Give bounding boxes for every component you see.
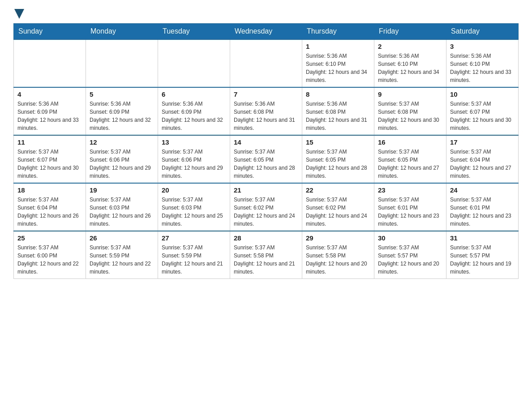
day-number: 2 [378, 43, 442, 50]
week-row-2: 4 Sunrise: 5:36 AMSunset: 6:09 PMDayligh… [14, 87, 519, 135]
logo-triangle-icon [14, 9, 24, 19]
day-number: 19 [90, 186, 154, 194]
calendar-cell-1-2: 6 Sunrise: 5:36 AMSunset: 6:09 PMDayligh… [158, 87, 230, 135]
day-number: 26 [90, 234, 154, 242]
day-number: 24 [450, 186, 515, 194]
header-friday: Friday [374, 24, 446, 40]
svg-marker-0 [14, 9, 24, 19]
day-info: Sunrise: 5:37 AMSunset: 6:06 PMDaylight:… [162, 148, 226, 180]
day-info: Sunrise: 5:37 AMSunset: 6:06 PMDaylight:… [90, 148, 154, 180]
day-info: Sunrise: 5:37 AMSunset: 6:05 PMDaylight:… [234, 148, 298, 180]
day-info: Sunrise: 5:36 AMSunset: 6:09 PMDaylight:… [90, 100, 154, 132]
calendar-cell-0-4: 1 Sunrise: 5:36 AMSunset: 6:10 PMDayligh… [302, 39, 374, 87]
header [13, 9, 519, 19]
day-number: 18 [17, 186, 82, 194]
header-tuesday: Tuesday [158, 24, 230, 40]
day-info: Sunrise: 5:37 AMSunset: 6:07 PMDaylight:… [450, 100, 515, 132]
calendar-cell-3-3: 21 Sunrise: 5:37 AMSunset: 6:02 PMDaylig… [230, 183, 302, 231]
header-sunday: Sunday [14, 24, 86, 40]
day-number: 3 [450, 43, 515, 50]
day-info: Sunrise: 5:37 AMSunset: 6:08 PMDaylight:… [378, 100, 442, 132]
calendar-cell-0-5: 2 Sunrise: 5:36 AMSunset: 6:10 PMDayligh… [374, 39, 446, 87]
day-number: 8 [306, 90, 370, 98]
calendar-cell-2-4: 15 Sunrise: 5:37 AMSunset: 6:05 PMDaylig… [302, 135, 374, 183]
day-info: Sunrise: 5:37 AMSunset: 5:59 PMDaylight:… [162, 244, 226, 276]
day-info: Sunrise: 5:37 AMSunset: 6:04 PMDaylight:… [450, 148, 515, 180]
day-info: Sunrise: 5:37 AMSunset: 5:58 PMDaylight:… [306, 244, 370, 276]
calendar-cell-2-2: 13 Sunrise: 5:37 AMSunset: 6:06 PMDaylig… [158, 135, 230, 183]
calendar-cell-0-2 [158, 39, 230, 87]
day-number: 25 [17, 234, 82, 242]
day-number: 28 [234, 234, 298, 242]
day-number: 14 [234, 138, 298, 146]
calendar-cell-3-5: 23 Sunrise: 5:37 AMSunset: 6:01 PMDaylig… [374, 183, 446, 231]
calendar-cell-1-0: 4 Sunrise: 5:36 AMSunset: 6:09 PMDayligh… [14, 87, 86, 135]
day-info: Sunrise: 5:37 AMSunset: 6:01 PMDaylight:… [450, 196, 515, 228]
day-info: Sunrise: 5:36 AMSunset: 6:09 PMDaylight:… [17, 100, 82, 132]
day-number: 23 [378, 186, 442, 194]
calendar-cell-1-5: 9 Sunrise: 5:37 AMSunset: 6:08 PMDayligh… [374, 87, 446, 135]
calendar-cell-4-4: 29 Sunrise: 5:37 AMSunset: 5:58 PMDaylig… [302, 231, 374, 279]
day-info: Sunrise: 5:37 AMSunset: 6:01 PMDaylight:… [378, 196, 442, 228]
calendar-cell-0-6: 3 Sunrise: 5:36 AMSunset: 6:10 PMDayligh… [446, 39, 519, 87]
day-number: 15 [306, 138, 370, 146]
calendar-cell-0-0 [14, 39, 86, 87]
day-number: 4 [17, 90, 82, 98]
day-info: Sunrise: 5:36 AMSunset: 6:10 PMDaylight:… [378, 52, 442, 84]
calendar-cell-1-1: 5 Sunrise: 5:36 AMSunset: 6:09 PMDayligh… [86, 87, 158, 135]
week-row-3: 11 Sunrise: 5:37 AMSunset: 6:07 PMDaylig… [14, 135, 519, 183]
day-number: 30 [378, 234, 442, 242]
day-number: 10 [450, 90, 515, 98]
day-number: 31 [450, 234, 515, 242]
day-number: 11 [17, 138, 82, 146]
calendar-cell-4-5: 30 Sunrise: 5:37 AMSunset: 5:57 PMDaylig… [374, 231, 446, 279]
calendar-cell-1-4: 8 Sunrise: 5:36 AMSunset: 6:08 PMDayligh… [302, 87, 374, 135]
header-saturday: Saturday [446, 24, 519, 40]
header-monday: Monday [86, 24, 158, 40]
week-row-4: 18 Sunrise: 5:37 AMSunset: 6:04 PMDaylig… [14, 183, 519, 231]
calendar-cell-3-4: 22 Sunrise: 5:37 AMSunset: 6:02 PMDaylig… [302, 183, 374, 231]
calendar-cell-4-3: 28 Sunrise: 5:37 AMSunset: 5:58 PMDaylig… [230, 231, 302, 279]
calendar-cell-2-1: 12 Sunrise: 5:37 AMSunset: 6:06 PMDaylig… [86, 135, 158, 183]
day-number: 16 [378, 138, 442, 146]
day-info: Sunrise: 5:37 AMSunset: 6:03 PMDaylight:… [162, 196, 226, 228]
day-number: 5 [90, 90, 154, 98]
calendar-cell-4-6: 31 Sunrise: 5:37 AMSunset: 5:57 PMDaylig… [446, 231, 519, 279]
day-info: Sunrise: 5:37 AMSunset: 6:05 PMDaylight:… [306, 148, 370, 180]
day-info: Sunrise: 5:36 AMSunset: 6:10 PMDaylight:… [450, 52, 515, 84]
calendar-cell-3-1: 19 Sunrise: 5:37 AMSunset: 6:03 PMDaylig… [86, 183, 158, 231]
calendar-cell-0-3 [230, 39, 302, 87]
day-info: Sunrise: 5:37 AMSunset: 6:02 PMDaylight:… [306, 196, 370, 228]
day-info: Sunrise: 5:36 AMSunset: 6:08 PMDaylight:… [234, 100, 298, 132]
day-number: 29 [306, 234, 370, 242]
week-row-5: 25 Sunrise: 5:37 AMSunset: 6:00 PMDaylig… [14, 231, 519, 279]
header-wednesday: Wednesday [230, 24, 302, 40]
day-info: Sunrise: 5:37 AMSunset: 5:58 PMDaylight:… [234, 244, 298, 276]
day-number: 27 [162, 234, 226, 242]
day-info: Sunrise: 5:37 AMSunset: 6:02 PMDaylight:… [234, 196, 298, 228]
day-number: 20 [162, 186, 226, 194]
calendar-cell-2-5: 16 Sunrise: 5:37 AMSunset: 6:05 PMDaylig… [374, 135, 446, 183]
day-info: Sunrise: 5:37 AMSunset: 5:57 PMDaylight:… [450, 244, 515, 276]
day-info: Sunrise: 5:37 AMSunset: 6:04 PMDaylight:… [17, 196, 82, 228]
day-info: Sunrise: 5:37 AMSunset: 6:05 PMDaylight:… [378, 148, 442, 180]
calendar-cell-4-1: 26 Sunrise: 5:37 AMSunset: 5:59 PMDaylig… [86, 231, 158, 279]
day-info: Sunrise: 5:37 AMSunset: 5:57 PMDaylight:… [378, 244, 442, 276]
day-info: Sunrise: 5:37 AMSunset: 6:00 PMDaylight:… [17, 244, 82, 276]
calendar-cell-2-3: 14 Sunrise: 5:37 AMSunset: 6:05 PMDaylig… [230, 135, 302, 183]
week-row-1: 1 Sunrise: 5:36 AMSunset: 6:10 PMDayligh… [14, 39, 519, 87]
calendar-cell-3-6: 24 Sunrise: 5:37 AMSunset: 6:01 PMDaylig… [446, 183, 519, 231]
day-info: Sunrise: 5:37 AMSunset: 6:03 PMDaylight:… [90, 196, 154, 228]
day-info: Sunrise: 5:37 AMSunset: 6:07 PMDaylight:… [17, 148, 82, 180]
calendar-cell-1-6: 10 Sunrise: 5:37 AMSunset: 6:07 PMDaylig… [446, 87, 519, 135]
weekday-header-row: Sunday Monday Tuesday Wednesday Thursday… [14, 24, 519, 40]
day-info: Sunrise: 5:36 AMSunset: 6:09 PMDaylight:… [162, 100, 226, 132]
day-number: 17 [450, 138, 515, 146]
header-thursday: Thursday [302, 24, 374, 40]
day-number: 22 [306, 186, 370, 194]
day-number: 13 [162, 138, 226, 146]
day-number: 1 [306, 43, 370, 50]
calendar-cell-4-0: 25 Sunrise: 5:37 AMSunset: 6:00 PMDaylig… [14, 231, 86, 279]
calendar-cell-0-1 [86, 39, 158, 87]
day-info: Sunrise: 5:36 AMSunset: 6:10 PMDaylight:… [306, 52, 370, 84]
